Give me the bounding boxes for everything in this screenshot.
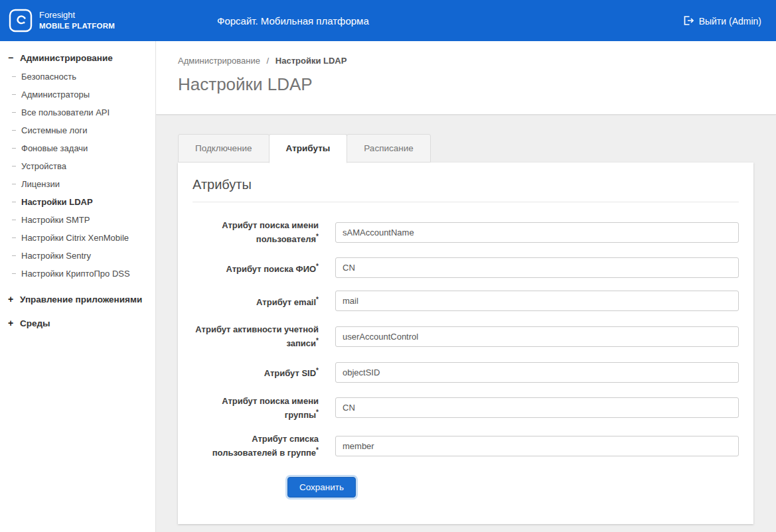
tree-node-icon (12, 202, 16, 202)
brand-subtitle: MOBILE PLATFORM (39, 21, 115, 31)
save-button[interactable]: Сохранить (287, 477, 356, 498)
sidebar: − Администрирование Безопасность Админис… (0, 41, 156, 532)
sidebar-item-label: Системные логи (21, 125, 87, 135)
sid-attribute-input[interactable] (335, 362, 739, 383)
tree-node-icon (12, 237, 16, 238)
sidebar-item-devices[interactable]: Устройства (12, 157, 155, 175)
required-marker: * (316, 296, 319, 303)
form-row: Атрибут поиска имени пользователя* (193, 220, 739, 245)
breadcrumb-current: Настройки LDAP (275, 56, 347, 66)
sidebar-section-administration-header[interactable]: − Администрирование (0, 48, 155, 68)
top-bar: Foresight MOBILE PLATFORM Форсайт. Мобил… (0, 0, 776, 41)
sidebar-section-app-management-header[interactable]: + Управление приложениями (0, 289, 155, 309)
expand-icon[interactable]: + (8, 294, 17, 304)
form-row: Атрибут поиска ФИО* (193, 257, 739, 278)
email-attribute-input[interactable] (335, 291, 739, 311)
tree-node-icon (12, 112, 16, 113)
logout-button[interactable]: Выйти (Admin) (682, 15, 761, 27)
tabs-bar: Подключение Атрибуты Расписание (178, 134, 753, 163)
sidebar-section-administration: − Администрирование Безопасность Админис… (0, 48, 155, 285)
brand-logo[interactable]: Foresight MOBILE PLATFORM (0, 9, 149, 33)
logout-icon (682, 15, 694, 27)
attributes-card: Атрибуты Атрибут поиска имени пользовате… (178, 163, 753, 524)
brand-name: Foresight (39, 10, 115, 21)
page-header: Администрирование / Настройки LDAP Настр… (156, 41, 776, 115)
sidebar-section-environments: + Среды (0, 313, 155, 333)
tree-node-icon (12, 184, 16, 184)
sidebar-item-label: Настройки Sentry (21, 251, 91, 261)
field-wrap (335, 257, 739, 278)
breadcrumb: Администрирование / Настройки LDAP (178, 56, 754, 66)
field-label-text: Атрибут поиска имени пользователя (222, 220, 319, 244)
sidebar-item-label: Настройки КриптоПро DSS (21, 269, 130, 279)
sidebar-item-administrators[interactable]: Администраторы (12, 86, 155, 103)
sidebar-section-environments-header[interactable]: + Среды (0, 313, 155, 333)
sidebar-item-label: Лицензии (21, 179, 60, 189)
field-wrap (335, 326, 739, 347)
group-name-search-attribute-input[interactable] (335, 397, 739, 418)
sidebar-item-api-users[interactable]: Все пользователи API (12, 103, 155, 121)
tab-attributes[interactable]: Атрибуты (269, 134, 348, 163)
field-label: Атрибут SID* (193, 365, 319, 379)
required-marker: * (316, 367, 319, 374)
sidebar-item-label: Фоновые задачи (21, 143, 88, 153)
sidebar-item-smtp-settings[interactable]: Настройки SMTP (12, 211, 155, 229)
field-label-text: Атрибут email (256, 297, 316, 307)
breadcrumb-separator: / (267, 56, 270, 66)
field-label: Атрибут активности учетной записи* (193, 324, 319, 349)
field-wrap (335, 222, 739, 243)
tab-schedule[interactable]: Расписание (347, 134, 430, 163)
sidebar-item-security[interactable]: Безопасность (12, 68, 155, 86)
required-marker: * (316, 446, 319, 454)
expand-icon[interactable]: + (8, 318, 17, 328)
form-row: Атрибут SID* (193, 362, 739, 383)
tree-node-icon (12, 166, 16, 166)
group-members-attribute-input[interactable] (335, 436, 739, 456)
tree-node-icon (12, 76, 16, 77)
sidebar-section-app-management: + Управление приложениями (0, 289, 155, 309)
field-wrap (335, 362, 739, 383)
collapse-icon[interactable]: − (8, 52, 17, 63)
tree-node-icon (12, 94, 16, 95)
brand-text: Foresight MOBILE PLATFORM (39, 10, 115, 31)
form-row: Атрибут email* (193, 291, 739, 311)
sidebar-item-background-tasks[interactable]: Фоновые задачи (12, 139, 155, 157)
sidebar-item-label: Устройства (21, 161, 66, 171)
required-marker: * (316, 263, 319, 270)
tree-node-icon (12, 148, 16, 149)
sidebar-item-ldap-settings[interactable]: Настройки LDAP (12, 193, 155, 211)
field-label: Атрибут поиска имени пользователя* (193, 220, 319, 245)
account-activity-attribute-input[interactable] (335, 326, 739, 347)
sidebar-item-label: Настройки SMTP (21, 215, 90, 225)
field-label-text: Атрибут SID (264, 369, 316, 379)
sidebar-section-label: Управление приложениями (20, 295, 142, 304)
fullname-search-attribute-input[interactable] (335, 257, 739, 278)
field-label: Атрибут поиска имени группы* (193, 395, 319, 421)
field-label-text: Атрибут списка пользователей в группе (212, 434, 319, 458)
sidebar-item-system-logs[interactable]: Системные логи (12, 121, 155, 139)
sidebar-children: Безопасность Администраторы Все пользова… (0, 68, 155, 285)
required-marker: * (316, 337, 319, 344)
sidebar-section-label: Администрирование (20, 53, 113, 63)
tree-node-icon (12, 273, 16, 274)
main-content: Администрирование / Настройки LDAP Настр… (156, 41, 776, 532)
field-label-text: Атрибут активности учетной записи (195, 324, 319, 348)
app-window: Foresight MOBILE PLATFORM Форсайт. Мобил… (0, 0, 776, 532)
breadcrumb-parent-link[interactable]: Администрирование (178, 56, 260, 66)
sidebar-item-licenses[interactable]: Лицензии (12, 175, 155, 193)
tree-node-icon (12, 255, 16, 256)
tree-node-icon (12, 220, 16, 220)
sidebar-item-label: Безопасность (21, 72, 76, 82)
form-row: Атрибут списка пользователей в группе* (193, 433, 739, 458)
field-label: Атрибут поиска ФИО* (193, 261, 319, 275)
tab-connection[interactable]: Подключение (178, 134, 270, 163)
form-row: Атрибут активности учетной записи* (193, 324, 739, 349)
card-title: Атрибуты (193, 173, 739, 202)
sidebar-item-cryptopro-dss-settings[interactable]: Настройки КриптоПро DSS (12, 265, 155, 283)
content-area: Подключение Атрибуты Расписание Атрибуты… (156, 115, 776, 524)
sidebar-item-sentry-settings[interactable]: Настройки Sentry (12, 247, 155, 265)
form-row: Атрибут поиска имени группы* (193, 395, 739, 421)
sidebar-item-label: Настройки Citrix XenMobile (21, 233, 129, 243)
sidebar-item-citrix-xenmobile-settings[interactable]: Настройки Citrix XenMobile (12, 229, 155, 247)
username-search-attribute-input[interactable] (335, 222, 739, 243)
